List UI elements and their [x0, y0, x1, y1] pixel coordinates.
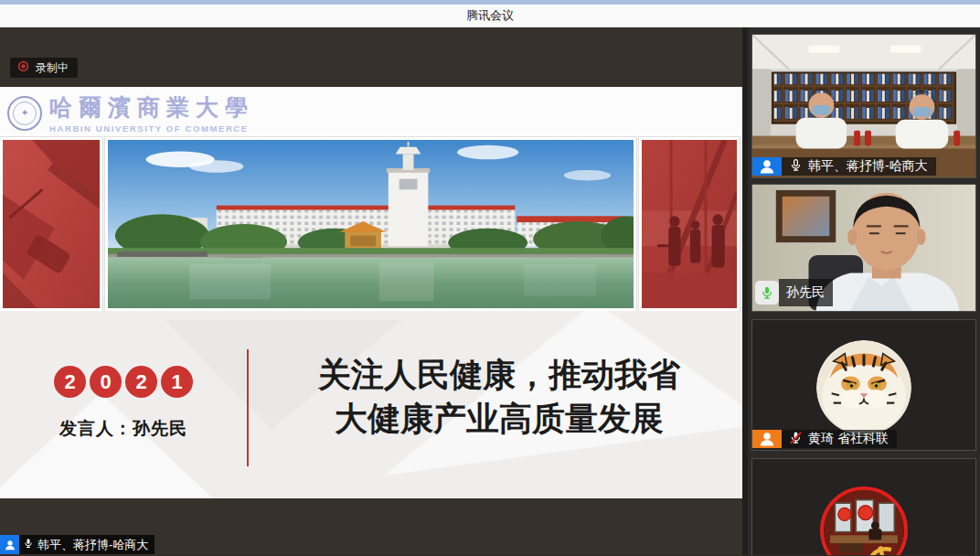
- recording-badge[interactable]: 录制中: [10, 58, 78, 78]
- video-tile-hanping[interactable]: 韩平、蒋抒博-哈商大: [751, 34, 976, 178]
- video-tile-huangqi[interactable]: 黄琦 省社科联: [751, 319, 976, 451]
- slide-title: 关注人民健康，推动我省 大健康产业高质量发展: [263, 353, 735, 441]
- mic-speaking-icon: [755, 281, 779, 305]
- red-people-image: [639, 137, 740, 311]
- speaker-name: 发言人：孙先民: [0, 417, 247, 441]
- participants-sidebar: 韩平、蒋抒博-哈商大: [742, 27, 980, 555]
- member-icon: [0, 535, 19, 554]
- video-feed-office: [752, 35, 975, 177]
- red-divider: [247, 349, 249, 466]
- university-name-en: HARBIN UNIVERSITY OF COMMERCE: [49, 123, 254, 134]
- year-digit: 1: [161, 366, 193, 398]
- member-icon: [752, 157, 782, 176]
- tiger-avatar: [816, 340, 911, 435]
- presenter-label[interactable]: 韩平、蒋抒博-哈商大: [0, 535, 154, 554]
- meeting-window: 腾讯会议 录制中 ✦ 哈爾濱商業大學: [0, 0, 980, 556]
- slide-photo-band: [0, 137, 742, 311]
- app-title: 腾讯会议: [466, 7, 514, 24]
- participant-label: 黄琦 省社科联: [752, 430, 897, 448]
- slide-title-line2: 大健康产业高质量发展: [263, 397, 735, 441]
- slide-title-line1: 关注人民健康，推动我省: [263, 353, 735, 397]
- red-desk-image: [0, 137, 102, 311]
- titlebar[interactable]: 腾讯会议: [0, 5, 980, 27]
- video-tile-partial[interactable]: [751, 458, 976, 555]
- mic-on-icon: [23, 538, 34, 551]
- video-tile-sunxianmin[interactable]: 孙先民: [751, 184, 976, 312]
- presenter-name: 韩平、蒋抒博-哈商大: [37, 537, 148, 553]
- university-logo: ✦ 哈爾濱商業大學 HARBIN UNIVERSITY OF COMMERCE: [7, 92, 254, 134]
- participant-name: 黄琦 省社科联: [808, 431, 889, 447]
- member-icon: [752, 430, 782, 448]
- recording-label: 录制中: [36, 60, 69, 76]
- participant-name: 韩平、蒋抒博-哈商大: [808, 158, 928, 175]
- participant-label: 韩平、蒋抒博-哈商大: [752, 157, 936, 176]
- lantern-avatar: [820, 486, 908, 555]
- presentation-slide: ✦ 哈爾濱商業大學 HARBIN UNIVERSITY OF COMMERCE: [0, 87, 742, 498]
- mic-muted-icon: [789, 431, 803, 447]
- participant-name: 孙先民: [786, 284, 825, 301]
- year-digit: 0: [90, 366, 122, 398]
- year-speaker-block: 2 0 2 1 发言人：孙先民: [0, 366, 247, 441]
- slide-body: 2 0 2 1 发言人：孙先民 关注人民健康，推动我省 大健康产业高质量发展: [0, 311, 742, 498]
- year-digit: 2: [54, 366, 86, 398]
- university-name-cn: 哈爾濱商業大學: [49, 92, 254, 123]
- participant-label: 孙先民: [752, 279, 833, 306]
- slide-header: ✦ 哈爾濱商業大學 HARBIN UNIVERSITY OF COMMERCE: [0, 87, 742, 137]
- year-digit: 2: [125, 366, 157, 398]
- year-badges: 2 0 2 1: [54, 366, 193, 398]
- university-seal-icon: ✦: [7, 96, 42, 131]
- mic-on-icon: [789, 158, 803, 175]
- shared-screen[interactable]: 录制中 ✦ 哈爾濱商業大學 HARBIN UNIVERSITY OF COMME…: [0, 27, 742, 555]
- campus-photo: [105, 137, 636, 311]
- record-icon: [17, 59, 29, 76]
